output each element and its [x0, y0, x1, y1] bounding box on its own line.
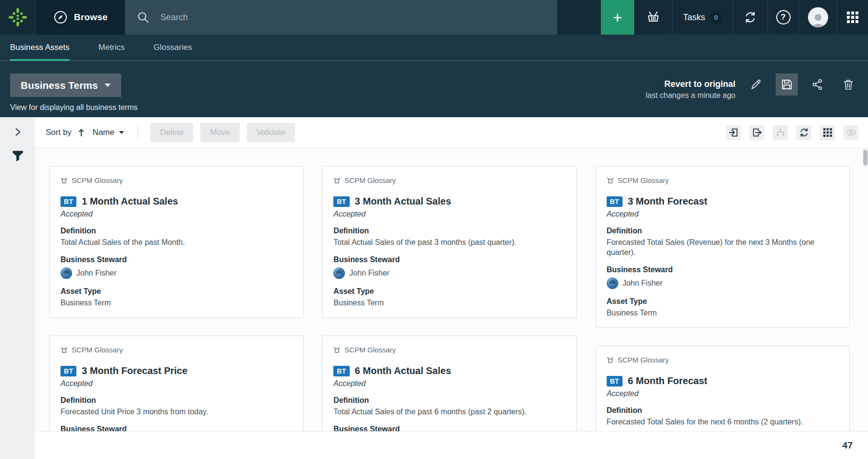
definition-text: Total Actual Sales of the past Month. [61, 237, 293, 247]
card-column: SCPM Glossary BT 1 Month Actual Sales Ac… [49, 166, 304, 431]
definition-text: Forecasted Total Sales (Revenue) for the… [607, 237, 839, 257]
filter-button[interactable] [12, 150, 24, 162]
delete-button[interactable]: Delete [150, 123, 193, 142]
asset-card[interactable]: SCPM Glossary BT 6 Month Forecast Accept… [596, 346, 850, 431]
export-button[interactable] [749, 125, 764, 140]
asset-type-label: Asset Type [61, 287, 293, 296]
browse-button[interactable]: Browse [36, 0, 125, 35]
steward-row[interactable]: John Fisher [333, 267, 565, 279]
asset-title[interactable]: 1 Month Actual Sales [82, 196, 178, 207]
asset-type-value: Business Term [607, 308, 839, 318]
sync-icon [743, 10, 758, 24]
refresh-button[interactable] [796, 125, 811, 140]
tasks-button[interactable]: Tasks 0 [672, 0, 733, 35]
share-icon [811, 78, 824, 91]
glossary-name: SCPM Glossary [344, 176, 396, 184]
tab-glossaries[interactable]: Glossaries [154, 35, 192, 60]
trash-icon [842, 78, 855, 91]
asset-title[interactable]: 3 Month Forecast Price [82, 365, 187, 376]
save-view-button[interactable] [776, 73, 798, 96]
edit-view-button[interactable] [745, 73, 767, 96]
share-view-button[interactable] [807, 73, 829, 96]
asset-type-badge: BT [333, 196, 349, 207]
glossary-name: SCPM Glossary [72, 176, 123, 184]
toolbar-right-icons [726, 125, 858, 140]
steward-row[interactable]: John Fisher [61, 267, 293, 279]
asset-type-badge: BT [61, 196, 76, 207]
search-input[interactable] [160, 12, 546, 23]
asset-title[interactable]: 6 Month Forecast [628, 375, 708, 387]
card-domain[interactable]: SCPM Glossary [607, 176, 839, 184]
card-title-row: BT 3 Month Actual Sales [333, 196, 565, 207]
view-header-left: Business Terms View for displaying all b… [10, 73, 138, 117]
grid-view-button[interactable] [820, 125, 835, 140]
asset-card[interactable]: SCPM Glossary BT 6 Month Actual Sales Ac… [322, 336, 576, 431]
data-basket-button[interactable] [634, 0, 672, 35]
card-domain[interactable]: SCPM Glossary [333, 176, 565, 184]
revert-label: Revert to original [646, 79, 735, 89]
asset-type-badge: BT [61, 366, 76, 376]
asset-type-label: Asset Type [333, 287, 565, 296]
steward-label: Business Steward [61, 425, 293, 431]
revert-to-original-button[interactable]: Revert to original last changes a minute… [646, 79, 735, 100]
vertical-scrollbar[interactable] [863, 150, 868, 166]
toolbar-divider [137, 124, 138, 141]
preview-eye-button[interactable] [844, 125, 858, 140]
results-toolbar: Sort by Name Delete Move Validate [35, 117, 868, 148]
card-title-row: BT 6 Month Forecast [607, 375, 839, 387]
card-title-row: BT 6 Month Actual Sales [333, 365, 565, 376]
steward-name: John Fisher [623, 279, 663, 288]
definition-text: Total Actual Sales of the past 6 months … [333, 407, 565, 417]
view-selector-button[interactable]: Business Terms [10, 73, 121, 97]
add-asset-button[interactable]: + [601, 0, 634, 35]
activities-button[interactable] [733, 0, 768, 35]
search-bar[interactable] [125, 0, 557, 35]
card-title-row: BT 1 Month Actual Sales [61, 196, 293, 207]
asset-title[interactable]: 6 Month Actual Sales [355, 365, 451, 376]
status-text: Accepted [61, 379, 293, 388]
import-button[interactable] [726, 125, 741, 140]
nav-spacer [557, 0, 601, 35]
asset-card[interactable]: SCPM Glossary BT 1 Month Actual Sales Ac… [49, 166, 304, 318]
help-icon: ? [776, 10, 791, 24]
card-domain[interactable]: SCPM Glossary [607, 356, 839, 364]
glossary-name: SCPM Glossary [618, 356, 669, 364]
delete-view-button[interactable] [837, 73, 859, 96]
sort-direction-button[interactable] [77, 128, 85, 137]
expand-rail-button[interactable] [12, 127, 23, 137]
asset-title[interactable]: 3 Month Forecast [628, 196, 708, 207]
filter-rail [0, 117, 35, 459]
asset-card[interactable]: SCPM Glossary BT 3 Month Forecast Price … [49, 336, 304, 431]
apps-launcher-button[interactable] [837, 0, 868, 35]
definition-label: Definition [61, 227, 293, 235]
asset-type-badge: BT [333, 366, 349, 376]
asset-title[interactable]: 3 Month Actual Sales [355, 196, 451, 207]
status-text: Accepted [607, 210, 839, 218]
compass-icon [53, 10, 68, 25]
steward-row[interactable]: John Fisher [607, 278, 839, 289]
glossary-icon [607, 177, 614, 184]
definition-text: Forecasted Unit Price 3 months from toda… [61, 407, 293, 417]
card-title-row: BT 3 Month Forecast Price [61, 365, 293, 376]
user-menu-button[interactable] [798, 0, 837, 35]
card-domain[interactable]: SCPM Glossary [61, 176, 293, 184]
validate-button[interactable]: Validate [247, 123, 295, 142]
sort-field-dropdown[interactable]: Name [93, 128, 124, 137]
hierarchy-view-button[interactable] [773, 125, 788, 140]
steward-label: Business Steward [61, 255, 293, 264]
card-domain[interactable]: SCPM Glossary [333, 346, 565, 354]
move-button[interactable]: Move [200, 123, 240, 142]
tasks-count-badge: 0 [710, 12, 722, 24]
help-button[interactable]: ? [768, 0, 798, 35]
card-domain[interactable]: SCPM Glossary [61, 346, 293, 354]
tab-metrics[interactable]: Metrics [98, 35, 125, 60]
card-grid: SCPM Glossary BT 1 Month Actual Sales Ac… [35, 148, 868, 431]
collibra-logo[interactable] [0, 0, 36, 35]
asset-type-badge: BT [607, 376, 623, 387]
tab-business-assets[interactable]: Business Assets [10, 35, 70, 60]
asset-card[interactable]: SCPM Glossary BT 3 Month Forecast Accept… [596, 166, 850, 328]
view-description: View for displaying all business terms [10, 103, 138, 112]
asset-card[interactable]: SCPM Glossary BT 3 Month Actual Sales Ac… [322, 166, 576, 318]
section-tabbar: Business Assets Metrics Glossaries [0, 35, 868, 61]
result-count: 47 [843, 440, 853, 451]
